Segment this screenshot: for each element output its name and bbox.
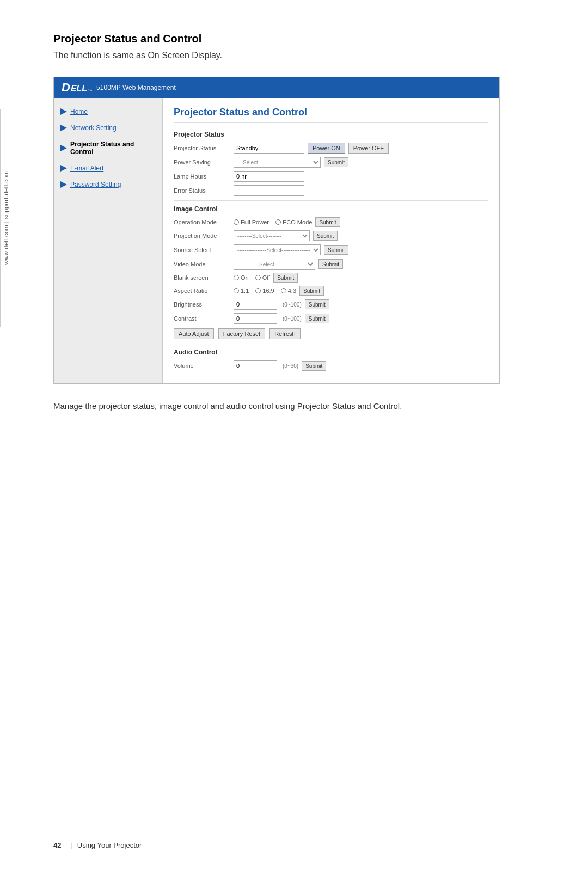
side-text: www.dell.com | support.dell.com <box>0 109 11 327</box>
volume-control: (0~30) Submit <box>234 360 488 371</box>
auto-adjust-button[interactable]: Auto Adjust <box>174 328 214 339</box>
power-saving-row: Power Saving ---Select--- Submit <box>174 157 488 168</box>
source-select-control: ----------------Select---------------- S… <box>234 244 488 255</box>
volume-input[interactable] <box>234 360 277 371</box>
factory-reset-button[interactable]: Factory Reset <box>218 328 265 339</box>
projection-mode-label: Projection Mode <box>174 232 234 239</box>
lamp-hours-input <box>234 171 304 182</box>
lamp-hours-control <box>234 171 488 182</box>
blank-screen-radio-group: On Off <box>234 274 270 281</box>
video-mode-control: ------------Select------------ Submit <box>234 259 488 270</box>
volume-label: Volume <box>174 363 234 369</box>
operation-mode-row: Operation Mode Full Power ECO Mode <box>174 217 488 227</box>
brightness-range-hint: (0~100) <box>283 302 302 308</box>
blank-screen-on-radio[interactable] <box>234 275 239 280</box>
power-saving-select[interactable]: ---Select--- <box>234 157 321 168</box>
projection-mode-control: --------Select-------- Submit <box>234 230 488 241</box>
image-control-section-title: Image Control <box>174 205 488 213</box>
sidebar-item-projector-status[interactable]: Projector Status and Control <box>54 136 162 160</box>
error-status-label: Error Status <box>174 187 234 194</box>
brightness-label: Brightness <box>174 301 234 308</box>
nav-arrow-password <box>60 181 67 188</box>
source-select-row: Source Select ----------------Select----… <box>174 244 488 255</box>
blank-screen-on-label[interactable]: On <box>234 274 249 281</box>
sidebar-item-network[interactable]: Network Setting <box>54 120 162 136</box>
operation-mode-control: Full Power ECO Mode Submit <box>234 217 488 227</box>
brightness-submit[interactable]: Submit <box>305 299 329 309</box>
aspect-4-3-label[interactable]: 4:3 <box>281 287 296 294</box>
aspect-ratio-submit[interactable]: Submit <box>299 286 324 296</box>
aspect-4-3-radio[interactable] <box>281 288 286 293</box>
blank-screen-row: Blank screen On Off Submi <box>174 273 488 283</box>
video-mode-submit[interactable]: Submit <box>318 259 343 269</box>
eco-mode-radio-label[interactable]: ECO Mode <box>275 219 312 225</box>
sidebar-nav: Home Network Setting Projector Status an… <box>54 98 163 383</box>
brightness-control: (0~100) Submit <box>234 299 488 310</box>
projection-mode-submit[interactable]: Submit <box>313 231 338 241</box>
page-footer-text: Using Your Projector <box>77 841 142 849</box>
aspect-1-1-radio[interactable] <box>234 288 239 293</box>
page-footer: 42 | Using Your Projector <box>21 841 588 849</box>
projector-status-control: Power ON Power OFF <box>234 143 488 154</box>
blank-screen-label: Blank screen <box>174 274 234 281</box>
panel-title: Projector Status and Control <box>174 107 488 123</box>
aspect-ratio-label: Aspect Ratio <box>174 287 234 294</box>
panel-header-title: 5100MP Web Management <box>96 84 176 91</box>
aspect-16-9-label[interactable]: 16:9 <box>255 287 274 294</box>
brightness-row: Brightness (0~100) Submit <box>174 299 488 310</box>
bottom-text: Manage the projector status, image contr… <box>53 400 478 413</box>
aspect-16-9-radio[interactable] <box>255 288 261 293</box>
source-select-submit[interactable]: Submit <box>324 245 348 255</box>
brightness-input[interactable] <box>234 299 277 310</box>
blank-screen-off-radio[interactable] <box>255 275 261 280</box>
aspect-1-1-label[interactable]: 1:1 <box>234 287 249 294</box>
power-on-button[interactable]: Power ON <box>308 143 345 154</box>
power-saving-submit[interactable]: Submit <box>324 157 348 167</box>
source-select-dropdown[interactable]: ----------------Select---------------- <box>234 244 321 255</box>
page-number: 42 <box>53 841 61 849</box>
projection-mode-select[interactable]: --------Select-------- <box>234 230 310 241</box>
operation-mode-submit[interactable]: Submit <box>315 217 340 227</box>
page-heading: Projector Status and Control <box>53 33 544 45</box>
lamp-hours-row: Lamp Hours <box>174 171 488 182</box>
full-power-radio-label[interactable]: Full Power <box>234 219 269 225</box>
video-mode-row: Video Mode ------------Select-----------… <box>174 259 488 270</box>
action-buttons-row: Auto Adjust Factory Reset Refresh <box>174 328 488 339</box>
sidebar-item-home[interactable]: Home <box>54 103 162 120</box>
management-panel: D ELL ™ 5100MP Web Management Home Netwo… <box>53 77 500 384</box>
blank-screen-control: On Off Submit <box>234 273 488 283</box>
volume-range-hint: (0~30) <box>283 363 298 369</box>
audio-control-section-title: Audio Control <box>174 348 488 356</box>
dell-logo: D ELL ™ <box>62 82 92 94</box>
aspect-ratio-control: 1:1 16:9 4:3 Submit <box>234 286 488 296</box>
refresh-button[interactable]: Refresh <box>270 328 301 339</box>
video-mode-select[interactable]: ------------Select------------ <box>234 259 315 270</box>
blank-screen-submit[interactable]: Submit <box>273 273 298 283</box>
projector-status-row: Projector Status Power ON Power OFF <box>174 143 488 154</box>
source-select-label: Source Select <box>174 247 234 253</box>
sidebar-item-email[interactable]: E-mail Alert <box>54 160 162 176</box>
full-power-radio[interactable] <box>234 219 239 225</box>
eco-mode-radio[interactable] <box>275 219 281 225</box>
error-status-input <box>234 185 304 196</box>
power-saving-control: ---Select--- Submit <box>234 157 488 168</box>
projection-mode-row: Projection Mode --------Select-------- S… <box>174 230 488 241</box>
aspect-ratio-radio-group: 1:1 16:9 4:3 <box>234 287 296 294</box>
projector-status-input <box>234 143 304 154</box>
operation-mode-label: Operation Mode <box>174 219 234 225</box>
contrast-input[interactable] <box>234 313 277 324</box>
operation-mode-radio-group: Full Power ECO Mode <box>234 219 312 225</box>
sidebar-item-password[interactable]: Password Setting <box>54 176 162 193</box>
contrast-label: Contrast <box>174 315 234 322</box>
panel-body: Home Network Setting Projector Status an… <box>54 98 499 383</box>
contrast-submit[interactable]: Submit <box>305 314 329 323</box>
nav-arrow-email <box>60 165 67 171</box>
power-off-button[interactable]: Power OFF <box>348 143 389 154</box>
projector-status-label: Projector Status <box>174 145 234 151</box>
error-status-row: Error Status <box>174 185 488 196</box>
volume-row: Volume (0~30) Submit <box>174 360 488 371</box>
volume-submit[interactable]: Submit <box>302 361 326 371</box>
projector-status-section-title: Projector Status <box>174 131 488 138</box>
error-status-control <box>234 185 488 196</box>
blank-screen-off-label[interactable]: Off <box>255 274 270 281</box>
